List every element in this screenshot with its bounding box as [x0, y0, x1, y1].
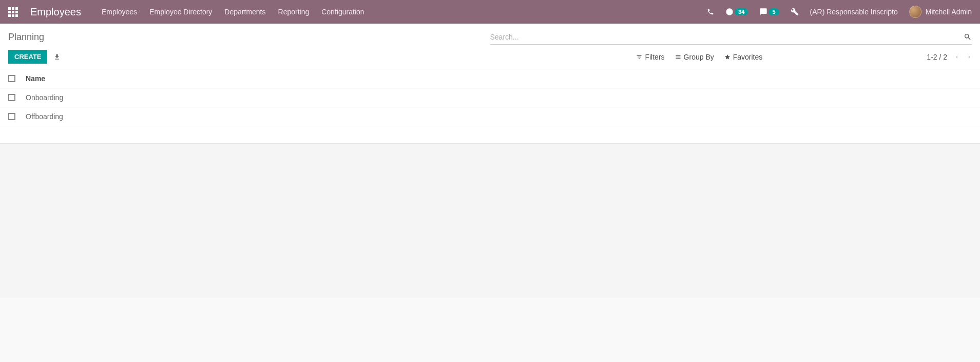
nav-employees[interactable]: Employees	[102, 8, 137, 16]
pager-prev[interactable]	[954, 53, 959, 61]
import-button[interactable]	[53, 53, 61, 61]
create-button[interactable]: CREATE	[8, 50, 47, 64]
row-name: Onboarding	[26, 93, 63, 102]
cp-top: Planning	[8, 30, 972, 45]
control-panel: Planning CREATE Filters Group By	[0, 24, 980, 69]
column-name[interactable]: Name	[26, 74, 45, 83]
row-name: Offboarding	[26, 112, 63, 121]
nav-reporting[interactable]: Reporting	[278, 8, 310, 16]
nav-employee-directory[interactable]: Employee Directory	[149, 8, 212, 16]
list-footer	[0, 126, 980, 144]
avatar	[909, 6, 921, 18]
message-badge: 5	[768, 8, 779, 15]
navbar-right: 34 5 (AR) Responsable Inscripto Mitchell…	[707, 6, 972, 18]
navbar: Employees Employees Employee Directory D…	[0, 0, 980, 24]
nav-menu: Employees Employee Directory Departments…	[102, 8, 364, 16]
row-checkbox[interactable]	[8, 113, 15, 120]
cp-bottom: CREATE Filters Group By Favorites 1-2 / …	[8, 50, 972, 69]
table-row[interactable]: Onboarding	[0, 88, 980, 107]
filters-button[interactable]: Filters	[636, 53, 664, 61]
nav-departments[interactable]: Departments	[224, 8, 265, 16]
filters-label: Filters	[645, 53, 664, 61]
activity-badge: 34	[735, 8, 748, 15]
app-title[interactable]: Employees	[30, 6, 81, 18]
select-all-checkbox[interactable]	[8, 75, 15, 82]
favorites-button[interactable]: Favorites	[724, 53, 763, 61]
phone-icon[interactable]	[707, 8, 714, 15]
nav-configuration[interactable]: Configuration	[321, 8, 364, 16]
cp-bottom-left: CREATE	[8, 50, 636, 64]
breadcrumb: Planning	[8, 32, 490, 43]
groupby-label: Group By	[684, 53, 714, 61]
user-menu[interactable]: Mitchell Admin	[909, 6, 972, 18]
messages-icon[interactable]: 5	[759, 8, 779, 16]
row-checkbox[interactable]	[8, 94, 15, 101]
table-row[interactable]: Offboarding	[0, 107, 980, 126]
company-switcher[interactable]: (AR) Responsable Inscripto	[810, 8, 898, 16]
pager-next[interactable]	[967, 53, 972, 61]
search-wrap	[490, 30, 972, 45]
list-view: Name Onboarding Offboarding	[0, 69, 980, 144]
favorites-label: Favorites	[733, 53, 763, 61]
cp-bottom-right: Filters Group By Favorites 1-2 / 2	[636, 53, 972, 61]
debug-icon[interactable]	[791, 8, 799, 16]
search-icon[interactable]	[964, 33, 972, 41]
list-header: Name	[0, 69, 980, 88]
apps-icon[interactable]	[8, 7, 18, 17]
page-background	[0, 144, 980, 298]
search-input[interactable]	[490, 30, 960, 44]
navbar-left: Employees Employees Employee Directory D…	[8, 6, 707, 18]
pager: 1-2 / 2	[927, 53, 972, 61]
user-name: Mitchell Admin	[926, 8, 972, 16]
groupby-button[interactable]: Group By	[675, 53, 714, 61]
activity-icon[interactable]: 34	[725, 8, 748, 16]
pager-range: 1-2 / 2	[927, 53, 947, 61]
